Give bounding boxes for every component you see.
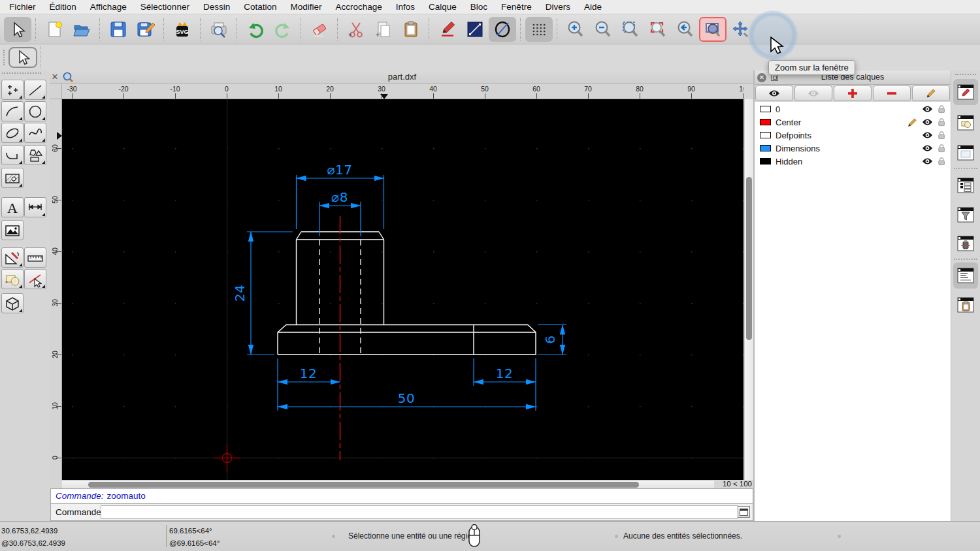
tool-text-button[interactable]: A bbox=[1, 197, 24, 217]
menu-item-affichage[interactable]: Affichage bbox=[90, 2, 127, 12]
layer-lock-icon[interactable] bbox=[938, 118, 945, 127]
zoom-previous-button[interactable] bbox=[644, 17, 672, 42]
toolbar-grip[interactable] bbox=[3, 50, 6, 65]
menu-item-modifier[interactable]: Modifier bbox=[290, 2, 321, 12]
layer-row-0[interactable]: 0 bbox=[755, 102, 951, 116]
edit-attributes-button[interactable] bbox=[434, 17, 461, 42]
layer-visible-icon[interactable] bbox=[922, 157, 933, 165]
tool-solid-3d-button[interactable] bbox=[1, 293, 24, 313]
layer-row-defpoints[interactable]: Defpoints bbox=[755, 129, 951, 142]
layer-row-center[interactable]: Center bbox=[755, 116, 951, 129]
open-file-button[interactable] bbox=[68, 17, 95, 42]
menu-item-edition[interactable]: Édition bbox=[50, 2, 76, 12]
menu-item-bloc[interactable]: Bloc bbox=[470, 2, 487, 12]
command-input[interactable] bbox=[101, 505, 738, 519]
menu-item-dessin[interactable]: Dessin bbox=[203, 2, 230, 12]
vertical-scrollbar[interactable] bbox=[744, 99, 753, 480]
drawing-canvas[interactable]: ⌀17 ⌀8 24 6 12 12 50 bbox=[62, 99, 743, 480]
circle-tool-button[interactable] bbox=[489, 17, 516, 42]
dock-button-entity-list[interactable] bbox=[953, 172, 978, 198]
tool-polyline-button[interactable] bbox=[1, 145, 24, 165]
layer-color-swatch[interactable] bbox=[760, 106, 771, 112]
tool-dimension-button[interactable] bbox=[24, 197, 46, 217]
layer-visible-icon[interactable] bbox=[922, 118, 933, 126]
layer-lock-icon[interactable] bbox=[938, 157, 945, 166]
select-tool-button[interactable] bbox=[4, 17, 31, 42]
save-as-button[interactable] bbox=[132, 17, 159, 42]
layer-color-swatch[interactable] bbox=[760, 132, 771, 138]
svg-export-button[interactable]: SVG bbox=[169, 17, 196, 42]
print-preview-button[interactable] bbox=[205, 17, 233, 42]
tool-order-button[interactable] bbox=[1, 269, 24, 289]
redo-button[interactable] bbox=[269, 17, 297, 42]
layer-visible-icon[interactable] bbox=[922, 131, 933, 139]
panel-grip[interactable] bbox=[2, 72, 41, 74]
paste-button[interactable] bbox=[397, 17, 425, 42]
menu-item-fichier[interactable]: Fichier bbox=[9, 2, 36, 12]
scrollbar-handle[interactable] bbox=[746, 177, 752, 340]
zoom-in-button[interactable] bbox=[562, 17, 589, 42]
dock-button-block-list[interactable] bbox=[953, 110, 978, 136]
command-options-button[interactable] bbox=[738, 506, 750, 518]
zoom-window-button[interactable] bbox=[699, 17, 727, 42]
selection-mode-button[interactable] bbox=[8, 47, 37, 68]
horizontal-scrollbar[interactable] bbox=[62, 480, 714, 488]
tool-image-button[interactable] bbox=[1, 220, 24, 240]
tool-ellipse-button[interactable] bbox=[1, 123, 24, 143]
layer-lock-icon[interactable] bbox=[938, 144, 945, 153]
delete-button[interactable] bbox=[306, 17, 333, 42]
menu-item-selectionner[interactable]: Sélectionner bbox=[140, 2, 189, 12]
tool-hatch-button[interactable] bbox=[1, 168, 24, 188]
copy-button[interactable]: + bbox=[370, 17, 397, 42]
tab-close-button[interactable]: ✕ bbox=[50, 71, 60, 83]
new-document-button[interactable] bbox=[41, 17, 68, 42]
menu-item-infos[interactable]: Infos bbox=[396, 2, 415, 12]
tool-select-entity-button[interactable] bbox=[24, 269, 46, 289]
tool-points-button[interactable] bbox=[1, 80, 24, 100]
layer-lock-icon[interactable] bbox=[938, 104, 945, 114]
tool-polygon-button[interactable] bbox=[24, 145, 46, 165]
layer-row-hidden[interactable]: Hidden bbox=[755, 155, 951, 168]
zoom-out-button[interactable] bbox=[589, 17, 617, 42]
undo-button[interactable] bbox=[242, 17, 269, 42]
menu-item-aide[interactable]: Aide bbox=[584, 2, 602, 12]
layer-color-swatch[interactable] bbox=[760, 119, 771, 125]
edit-layer-button[interactable] bbox=[912, 86, 950, 101]
menu-item-calque[interactable]: Calque bbox=[429, 2, 457, 12]
grid-toggle-button[interactable] bbox=[525, 17, 553, 42]
show-all-layers-button[interactable] bbox=[755, 86, 793, 101]
tool-circle-button[interactable] bbox=[24, 101, 46, 121]
tool-modify-button[interactable] bbox=[1, 247, 24, 268]
layer-lock-icon[interactable] bbox=[938, 131, 945, 140]
dock-button-command-line[interactable] bbox=[953, 262, 978, 289]
dock-button-library-browser[interactable] bbox=[953, 140, 978, 166]
zoom-pan-button[interactable] bbox=[727, 17, 754, 42]
zoom-auto-button[interactable] bbox=[617, 17, 644, 42]
cut-button[interactable]: + bbox=[342, 17, 370, 42]
layer-color-swatch[interactable] bbox=[760, 158, 771, 165]
add-layer-button[interactable] bbox=[834, 86, 872, 101]
layer-color-swatch[interactable] bbox=[760, 145, 771, 151]
tool-line-button[interactable] bbox=[24, 80, 46, 100]
save-button[interactable] bbox=[105, 17, 132, 42]
scrollbar-handle[interactable] bbox=[88, 482, 639, 488]
layer-visible-icon[interactable] bbox=[922, 105, 933, 113]
menu-item-accrochage[interactable]: Accrochage bbox=[335, 2, 382, 12]
menu-item-fenetre[interactable]: Fenêtre bbox=[501, 2, 532, 12]
remove-layer-button[interactable] bbox=[873, 86, 911, 101]
menu-item-cotation[interactable]: Cotation bbox=[244, 2, 276, 12]
dock-button-pen-palette[interactable] bbox=[953, 230, 978, 257]
tool-spline-button[interactable] bbox=[24, 123, 46, 143]
view-previous-button[interactable] bbox=[672, 17, 699, 42]
dock-button-clipboard[interactable] bbox=[953, 292, 978, 318]
toolbar-grip[interactable] bbox=[955, 74, 976, 75]
dock-button-filter[interactable] bbox=[953, 202, 978, 228]
menu-item-divers[interactable]: Divers bbox=[546, 2, 570, 12]
hide-all-layers-button[interactable] bbox=[794, 86, 832, 101]
layer-visible-icon[interactable] bbox=[922, 144, 933, 152]
tool-arc-button[interactable] bbox=[1, 101, 24, 121]
dock-button-layer-list[interactable] bbox=[953, 79, 978, 105]
tool-measure-button[interactable] bbox=[24, 247, 46, 268]
line-tool-button[interactable] bbox=[461, 17, 489, 42]
layer-row-dimensions[interactable]: Dimensions bbox=[755, 142, 951, 155]
